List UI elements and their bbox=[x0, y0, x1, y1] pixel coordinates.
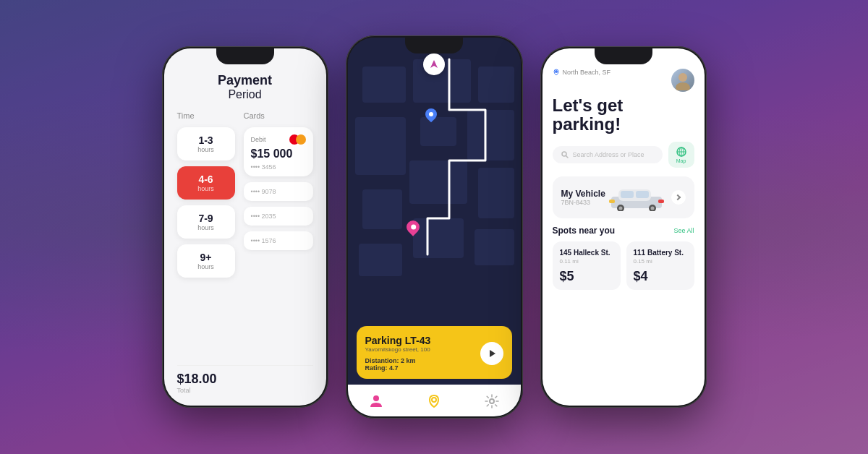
blue-pin bbox=[425, 108, 437, 120]
card-amount: $15 000 bbox=[251, 147, 306, 160]
total-amount: $18.00 bbox=[177, 372, 313, 387]
notch-3 bbox=[595, 48, 652, 64]
distance-value: 2 km bbox=[401, 357, 416, 364]
rating-label: Rating: bbox=[365, 364, 388, 372]
parking-card-info: Parking LT-43 Yavornitskogo street, 100 … bbox=[365, 335, 431, 372]
spot-2-dist: 0.15 mi bbox=[634, 258, 687, 265]
phone-3: North Beach, SF Let's get parking! bbox=[540, 46, 707, 408]
nav-arrow-icon bbox=[429, 59, 439, 69]
hero-line2: parking! bbox=[553, 115, 694, 134]
vehicle-chevron bbox=[671, 190, 686, 205]
time-unit-4: hours bbox=[183, 263, 229, 270]
phone-1-screen: Payment Period Time 1-3 hours 4-6 hours bbox=[164, 48, 326, 406]
notch-1 bbox=[216, 48, 274, 64]
vehicle-label: My Vehicle bbox=[561, 189, 605, 199]
svg-rect-16 bbox=[636, 191, 649, 198]
cards-column: Cards Debit $15 000 •••• 3456 bbox=[244, 111, 313, 358]
phones-container: Payment Period Time 1-3 hours 4-6 hours bbox=[0, 0, 868, 454]
time-option-4-6[interactable]: 4-6 hours bbox=[177, 166, 235, 200]
nav-settings-icon[interactable] bbox=[482, 392, 501, 411]
svg-marker-0 bbox=[430, 60, 438, 68]
card-mini-1[interactable]: •••• 9078 bbox=[244, 182, 313, 201]
settings-svg bbox=[485, 394, 499, 408]
time-range-3: 7-9 bbox=[183, 213, 229, 224]
location-line: North Beach, SF bbox=[553, 69, 611, 76]
svg-point-18 bbox=[618, 206, 622, 210]
spot-1-name: 145 Halleck St. bbox=[560, 249, 613, 257]
svg-line-8 bbox=[566, 155, 568, 158]
location-dot-icon bbox=[553, 69, 560, 76]
total-section: $18.00 Total bbox=[177, 365, 313, 394]
screen3-header: North Beach, SF bbox=[553, 69, 694, 92]
time-label: Time bbox=[177, 111, 235, 120]
parking-rating: Rating: 4.7 bbox=[365, 364, 431, 372]
svg-rect-15 bbox=[621, 191, 634, 198]
bottom-nav bbox=[348, 385, 521, 416]
total-label: Total bbox=[177, 387, 313, 394]
location-svg bbox=[427, 394, 441, 408]
nav-location-icon[interactable] bbox=[425, 392, 443, 411]
time-option-1-3[interactable]: 1-3 hours bbox=[177, 127, 235, 160]
cards-label: Cards bbox=[244, 111, 313, 120]
svg-point-2 bbox=[432, 398, 436, 402]
parking-distance: Distantion: 2 km bbox=[365, 357, 431, 364]
spot-2-name: 111 Battery St. bbox=[634, 249, 687, 257]
see-all-button[interactable]: See All bbox=[673, 227, 694, 234]
payment-title-line2: Period bbox=[228, 88, 261, 100]
notch-2 bbox=[405, 38, 463, 53]
card-number: •••• 3456 bbox=[251, 163, 306, 171]
parking-card[interactable]: Parking LT-43 Yavornitskogo street, 100 … bbox=[357, 326, 512, 379]
search-box[interactable]: Search Address or Place bbox=[553, 146, 663, 163]
mastercard-icon bbox=[289, 134, 306, 145]
main-card[interactable]: Debit $15 000 •••• 3456 bbox=[244, 127, 313, 176]
phone-2-screen: Parking LT-43 Yavornitskogo street, 100 … bbox=[348, 38, 521, 416]
phone-2: Parking LT-43 Yavornitskogo street, 100 … bbox=[346, 35, 523, 419]
map-icon bbox=[676, 146, 687, 158]
map-screen: Parking LT-43 Yavornitskogo street, 100 … bbox=[348, 38, 521, 416]
pink-pin-body bbox=[404, 218, 422, 236]
nav-person-icon[interactable] bbox=[367, 392, 386, 411]
pink-pin-dot bbox=[410, 225, 415, 230]
card-mini-2[interactable]: •••• 2035 bbox=[244, 207, 313, 226]
map-area[interactable] bbox=[348, 38, 521, 326]
spot-1-price: $5 bbox=[560, 269, 613, 284]
time-unit-3: hours bbox=[183, 224, 229, 231]
time-range-1: 1-3 bbox=[183, 134, 229, 146]
payment-title: Payment Period bbox=[177, 73, 313, 101]
svg-point-4 bbox=[555, 70, 558, 73]
parking-info-wrapper: Parking LT-43 Yavornitskogo street, 100 … bbox=[348, 326, 521, 385]
parking-card-header: Parking LT-43 Yavornitskogo street, 100 … bbox=[365, 335, 503, 372]
pink-pin bbox=[407, 220, 420, 234]
time-unit-1: hours bbox=[183, 146, 229, 153]
search-placeholder: Search Address or Place bbox=[573, 151, 644, 158]
user-avatar[interactable] bbox=[671, 69, 694, 92]
svg-point-3 bbox=[490, 399, 494, 403]
time-column: Time 1-3 hours 4-6 hours 7-9 hours bbox=[177, 111, 235, 358]
svg-rect-21 bbox=[609, 200, 615, 203]
map-btn-label: Map bbox=[676, 158, 686, 163]
parking-address: Yavornitskogo street, 100 bbox=[365, 346, 431, 353]
chevron-right-icon bbox=[674, 194, 680, 200]
arrow-right-icon bbox=[490, 350, 495, 357]
card-type: Debit bbox=[251, 136, 266, 143]
time-option-9plus[interactable]: 9+ hours bbox=[177, 244, 235, 278]
card-mini-3[interactable]: •••• 1576 bbox=[244, 231, 313, 250]
person-svg bbox=[369, 394, 383, 408]
vehicle-section[interactable]: My Vehicle 7BN-8433 bbox=[553, 176, 694, 218]
map-button[interactable]: Map bbox=[668, 142, 694, 168]
distance-label: Distantion: bbox=[365, 357, 399, 364]
blue-pin-dot bbox=[429, 112, 433, 116]
spot-1-dist: 0.11 mi bbox=[560, 258, 613, 265]
parking-arrow-btn[interactable] bbox=[480, 342, 503, 365]
nav-pin bbox=[423, 53, 445, 75]
search-row: Search Address or Place Map bbox=[553, 142, 694, 168]
vehicle-info: My Vehicle 7BN-8433 bbox=[561, 189, 605, 206]
svg-rect-22 bbox=[658, 200, 664, 203]
phone-3-screen: North Beach, SF Let's get parking! bbox=[542, 48, 705, 406]
location-text: North Beach, SF bbox=[563, 69, 611, 76]
spot-card-1[interactable]: 145 Halleck St. 0.11 mi $5 bbox=[553, 241, 621, 290]
hero-line1: Let's get bbox=[553, 96, 694, 115]
time-option-7-9[interactable]: 7-9 hours bbox=[177, 205, 235, 239]
spots-title: Spots near you bbox=[553, 226, 616, 236]
spot-card-2[interactable]: 111 Battery St. 0.15 mi $4 bbox=[626, 241, 694, 290]
